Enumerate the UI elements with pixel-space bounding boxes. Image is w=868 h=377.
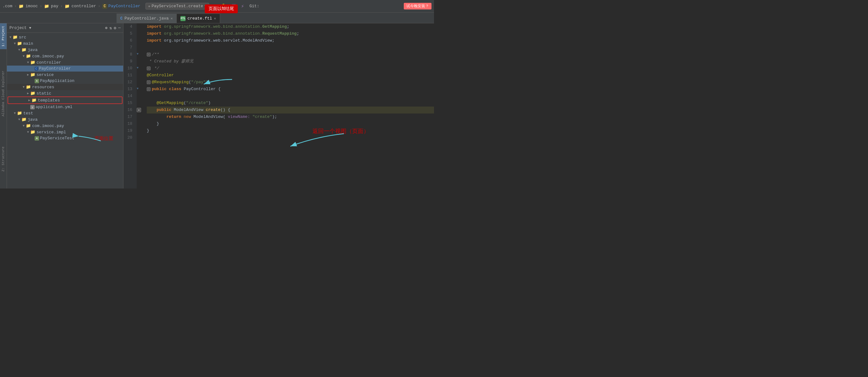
- tree-resources[interactable]: ▼ 📁 resources: [7, 84, 123, 90]
- tab-create-ftl-label: create.ftl: [187, 16, 212, 21]
- pkg-5: org.springframework.web.bind.annotation.: [164, 30, 262, 37]
- tree-icon-3[interactable]: ⚙: [114, 26, 116, 31]
- code-line-9: * Created by 廖师兄: [147, 58, 434, 65]
- comment-open: /**: [152, 51, 159, 58]
- annotation-getmapping: @GetMapping: [157, 99, 184, 107]
- tree-arrow-controller: ▼: [26, 61, 30, 64]
- ln-16: 16: [123, 107, 134, 114]
- line-numbers: 4 5 6 7 8 9 10 11 12 13 14 15 16 17 18 1…: [123, 23, 137, 188]
- code-line-8: - /**: [147, 51, 434, 58]
- main-content: 1: Project Alibaba Cloud Explorer Z: Str…: [0, 23, 434, 188]
- str-viewname-create: "create": [253, 114, 272, 120]
- ln-10: 10: [123, 65, 134, 72]
- comment-close: */: [152, 65, 159, 72]
- tree-static-label: static: [36, 91, 51, 96]
- profile-button[interactable]: ⚡: [239, 3, 246, 9]
- tab-paycontroller[interactable]: C PayController.java ✕: [117, 13, 177, 23]
- tree-icon-2[interactable]: ⇅: [110, 26, 112, 31]
- tree-src[interactable]: ▼ 📁 src: [7, 34, 123, 40]
- folder-icon-test: 📁: [17, 111, 22, 116]
- fold-btn-13[interactable]: -: [147, 87, 151, 91]
- tree-payapplication[interactable]: ▶ A PayApplication: [7, 78, 123, 84]
- fold-btn-12[interactable]: -: [147, 80, 151, 84]
- ln-15: 15: [123, 99, 134, 107]
- gutter-icon-16[interactable]: ●: [137, 108, 141, 112]
- tree-payapp-label: PayApplication: [40, 79, 74, 83]
- tree-arrow-test-com: ▼: [22, 124, 26, 128]
- tab-paycontroller-label: PayController.java: [124, 16, 168, 21]
- code-line-11: @Controller: [147, 72, 434, 79]
- tree-application-yml[interactable]: ▶ y application.yml: [7, 104, 123, 110]
- code-lines[interactable]: import org.springframework.web.bind.anno…: [143, 23, 434, 188]
- tree-header: Project ▼ ⊕ ⇅ ⚙ ─: [7, 23, 123, 33]
- tree-arrow-templates: ▶: [27, 98, 31, 102]
- tree-resources-label: resources: [32, 85, 54, 89]
- breadcrumb-folder-icon-2: 📁: [44, 4, 49, 9]
- tab-close-1[interactable]: ✕: [171, 17, 173, 21]
- fold-13[interactable]: ▼: [137, 87, 138, 90]
- tree-icon-4[interactable]: ─: [118, 26, 121, 31]
- fold-8[interactable]: ▼: [137, 52, 138, 56]
- tree-static[interactable]: ▶ 📁 static: [7, 90, 123, 96]
- tree-service[interactable]: ▶ 📁 service: [7, 71, 123, 78]
- tree-arrow-java: ▼: [17, 48, 22, 52]
- tab-close-2[interactable]: ✕: [214, 17, 216, 21]
- tree-templates[interactable]: ▶ 📁 templates: [7, 96, 123, 104]
- git-label: Git:: [249, 4, 259, 8]
- comment-created: * Created by 廖师兄: [147, 58, 193, 65]
- class-icon-paycontroller: C: [35, 67, 38, 70]
- fold-btn-8[interactable]: -: [147, 53, 151, 56]
- sidebar-structure-label[interactable]: Z: Structure: [0, 144, 7, 174]
- breadcrumb-folder-icon-3: 📁: [65, 4, 70, 9]
- ln-5: 5: [123, 30, 134, 37]
- tree-arrow-service-impl: ▼: [26, 130, 30, 134]
- tab-ftl-icon: FTL: [181, 16, 186, 21]
- tab-bar: 页面以ftl结尾 C PayController.java ✕ FTL crea…: [0, 12, 434, 23]
- run-dropdown-label: PayServiceTest.create: [152, 4, 203, 8]
- folder-icon-test-java: 📁: [22, 117, 27, 122]
- run-dropdown[interactable]: ◈ PayServiceTest.create ▼: [146, 3, 209, 9]
- pkg-6: org.springframework.web.servlet.ModelAnd…: [164, 37, 275, 44]
- tree-com-imooc-pay[interactable]: ▼ 📁 com.imooc.pay: [7, 53, 123, 59]
- ln-8: 8: [123, 51, 134, 58]
- breadcrumb-paycontroller[interactable]: PayController: [108, 4, 140, 8]
- folder-icon-service-impl: 📁: [30, 129, 35, 135]
- tree-java-label: java: [28, 48, 37, 52]
- fold-btn-10[interactable]: -: [147, 66, 151, 70]
- code-line-10: - */: [147, 65, 434, 72]
- breadcrumb-com[interactable]: .com: [2, 4, 12, 8]
- tree-test[interactable]: ▼ 📁 test: [7, 110, 123, 116]
- ln-20: 20: [123, 134, 134, 141]
- tree-test-com-label: com.imooc.pay: [32, 123, 64, 128]
- tree-test-java[interactable]: ▼ 📁 java: [7, 116, 123, 123]
- install-prompt[interactable]: 试今晚安装？: [404, 3, 432, 9]
- sidebar-project-label[interactable]: 1: Project: [0, 23, 7, 49]
- tree-payservicetest[interactable]: ▶ A PayServiceTest: [7, 135, 123, 141]
- tree-java[interactable]: ▼ 📁 java: [7, 47, 123, 53]
- tree-main[interactable]: ▼ 📁 main: [7, 40, 123, 47]
- tree-controller[interactable]: ▼ 📁 controller: [7, 59, 123, 65]
- tree-arrow-resources: ▼: [22, 85, 26, 89]
- app-icon-payservicetest: A: [35, 136, 39, 141]
- code-area: 4 5 6 7 8 9 10 11 12 13 14 15 16 17 18 1…: [123, 23, 434, 188]
- app-icon-payapp: A: [35, 79, 39, 83]
- breadcrumb-imooc[interactable]: imooc: [26, 4, 38, 8]
- cls-modelandview: ModelAndView: [174, 107, 206, 114]
- code-line-4: import org.springframework.web.bind.anno…: [147, 23, 434, 30]
- tree-payservicetest-label: PayServiceTest: [40, 136, 74, 141]
- tab-create-ftl[interactable]: FTL create.ftl ✕: [177, 13, 220, 23]
- cls-5: RequestMapping: [262, 30, 297, 37]
- fold-10[interactable]: ▼: [137, 66, 138, 70]
- tree-test-com[interactable]: ▼ 📁 com.imooc.pay: [7, 123, 123, 129]
- tree-paycontroller[interactable]: ▶ C PayController: [7, 65, 123, 71]
- kw-new: new: [184, 114, 193, 120]
- tree-service-impl[interactable]: ▼ 📁 service.impl: [7, 129, 123, 135]
- code-line-7: [147, 44, 434, 51]
- breadcrumb-controller[interactable]: controller: [71, 4, 96, 8]
- sidebar-cloud-label[interactable]: Alibaba Cloud Explorer: [0, 68, 7, 119]
- breadcrumb-pay[interactable]: pay: [51, 4, 58, 8]
- ln-17: 17: [123, 114, 134, 120]
- code-editor: 4 5 6 7 8 9 10 11 12 13 14 15 16 17 18 1…: [123, 23, 434, 188]
- tree-src-label: src: [19, 35, 26, 40]
- tree-icon-1[interactable]: ⊕: [105, 26, 108, 31]
